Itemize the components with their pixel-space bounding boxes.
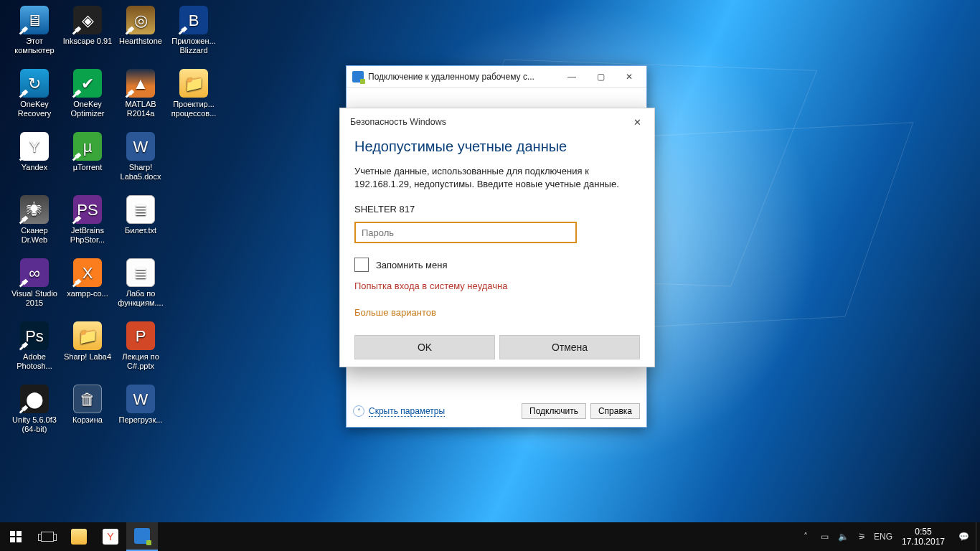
desktop-icon[interactable]: 📁Sharp! Laba4 [62,321,113,362]
desktop-icon[interactable]: 🕷Сканер Dr.Web [9,195,60,245]
chevron-up-icon[interactable]: ˄ [353,405,364,417]
desktop-icon[interactable]: ≣Билет.txt [115,195,166,235]
app-icon: 🖥 [20,6,49,34]
desktop-icon-label: Лекция по C#.pptx [115,352,166,371]
desktop-icon-label: Yandex [9,163,60,172]
app-icon: ⬤ [20,385,49,413]
desktop-icon-label: Проектир... процессов... [168,100,220,118]
app-icon: X [73,258,102,287]
app-icon: Ps [20,321,49,350]
cancel-button[interactable]: Отмена [499,335,640,359]
desktop-icon[interactable]: YYandex [9,132,60,172]
app-icon: ◎ [126,6,155,34]
app-icon: ≣ [126,195,155,224]
desktop-icon[interactable]: Xxampp-co... [62,258,113,298]
desktop-icon[interactable]: ≣Лаба по функциям.... [115,258,166,308]
rdp-titlebar[interactable]: Подключение к удаленному рабочему с... —… [347,66,646,88]
desktop-icon-label: Лаба по функциям.... [115,289,166,308]
desktop-icon[interactable]: ✔OneKey Optimizer [62,69,113,118]
app-icon: µ [73,132,102,161]
app-icon: B [179,6,208,34]
taskbar-rdp[interactable] [126,522,158,551]
desktop-icon-label: Корзина [62,415,113,425]
password-input[interactable] [354,222,577,243]
wifi-icon[interactable]: ⚞ [852,532,871,542]
desktop-icon[interactable]: PЛекция по C#.pptx [115,321,166,371]
app-icon: Y [20,132,49,161]
taskbar-explorer[interactable] [63,522,95,551]
app-icon: 🕷 [20,195,49,224]
desktop-icon[interactable]: ◈Inkscape 0.91 [62,6,113,46]
credentials-username: SHELTER 817 [354,204,640,215]
rdp-icon [134,528,150,544]
clock[interactable]: 0:55 17.10.2017 [895,527,951,547]
app-icon: ▲ [126,69,155,98]
desktop-icon[interactable]: µµTorrent [62,132,113,172]
more-options-link[interactable]: Больше вариантов [354,307,640,318]
desktop-icon[interactable]: ◎Hearthstone [115,6,166,46]
desktop[interactable]: 🖥Этот компьютер◈Inkscape 0.91◎Hearthston… [0,0,980,522]
app-icon: ∞ [20,258,49,287]
desktop-icon[interactable]: ⬤Unity 5.6.0f3 (64-bit) [9,385,60,434]
desktop-icon-label: µTorrent [62,163,113,172]
app-icon: ✔ [73,69,102,98]
action-center-button[interactable]: 💬 [951,532,976,542]
desktop-icon-label: Сканер Dr.Web [9,226,60,245]
desktop-icon-label: Sharp! Laba4 [62,352,113,362]
taskbar: Y ˄ ▭ 🔈 ⚞ ENG 0:55 17.10.2017 💬 [0,522,980,551]
task-view-button[interactable] [32,522,63,551]
rdp-bottom-bar: ˄ Скрыть параметры Подключить Справка [353,402,640,420]
credentials-close-button[interactable]: ✕ [623,111,651,133]
app-icon: PS [73,195,102,224]
remember-me[interactable]: Запомнить меня [354,258,640,272]
volume-icon[interactable]: 🔈 [834,532,852,542]
desktop-icon[interactable]: 📁Проектир... процессов... [168,69,220,118]
desktop-icon[interactable]: WПерегрузк... [115,385,166,425]
battery-icon[interactable]: ▭ [815,532,834,542]
yandex-icon: Y [103,529,118,545]
desktop-icon[interactable]: ∞Visual Studio 2015 [9,258,60,308]
desktop-icon[interactable]: PSJetBrains PhpStor... [62,195,113,245]
svg-rect-3 [17,537,22,542]
remember-checkbox[interactable] [354,258,369,272]
app-icon: ◈ [73,6,102,34]
desktop-icon-label: JetBrains PhpStor... [62,226,113,245]
maximize-button[interactable]: ▢ [586,67,615,87]
desktop-icon[interactable]: ▲MATLAB R2014a [115,69,166,118]
svg-rect-0 [10,531,15,536]
task-view-icon [41,532,54,542]
desktop-icon-label: Unity 5.6.0f3 (64-bit) [9,415,60,434]
language-indicator[interactable]: ENG [871,532,895,542]
desktop-icon-label: OneKey Optimizer [62,100,113,118]
rdp-window: Подключение к удаленному рабочему с... —… [346,65,647,428]
remember-label: Запомнить меня [376,260,447,270]
svg-rect-1 [17,531,22,536]
desktop-icon[interactable]: BПриложен... Blizzard [168,6,220,55]
desktop-icon[interactable]: 🗑Корзина [62,385,113,425]
desktop-icon[interactable]: ↻OneKey Recovery [9,69,60,118]
ok-button[interactable]: OK [354,335,495,359]
desktop-icon-label: Hearthstone [115,37,166,46]
connect-button[interactable]: Подключить [522,403,586,419]
credentials-titlebar[interactable]: Безопасность Windows ✕ [340,108,654,136]
app-icon: ↻ [20,69,49,98]
tray-overflow-button[interactable]: ˄ [796,532,815,542]
desktop-icon[interactable]: WSharp! Laba5.docx [115,132,166,182]
desktop-icon-label: Inkscape 0.91 [62,37,113,46]
desktop-icon[interactable]: PsAdobe Photosh... [9,321,60,371]
login-error: Попытка входа в систему неудачна [354,281,640,291]
system-tray: ˄ ▭ 🔈 ⚞ ENG 0:55 17.10.2017 💬 [796,522,980,551]
start-button[interactable] [0,522,32,551]
desktop-icon[interactable]: 🖥Этот компьютер [9,6,60,55]
desktop-icon-label: Билет.txt [115,226,166,235]
taskbar-yandex[interactable]: Y [95,522,126,551]
rdp-title-text: Подключение к удаленному рабочему с... [368,72,557,82]
app-icon: 🗑 [73,385,102,413]
desktop-icon-label: OneKey Recovery [9,100,60,118]
close-button[interactable]: ✕ [615,67,644,87]
hide-parameters-link[interactable]: Скрыть параметры [369,406,445,416]
app-icon: W [126,132,155,161]
show-desktop-button[interactable] [976,522,980,551]
minimize-button[interactable]: — [557,67,586,87]
help-button[interactable]: Справка [590,403,640,419]
